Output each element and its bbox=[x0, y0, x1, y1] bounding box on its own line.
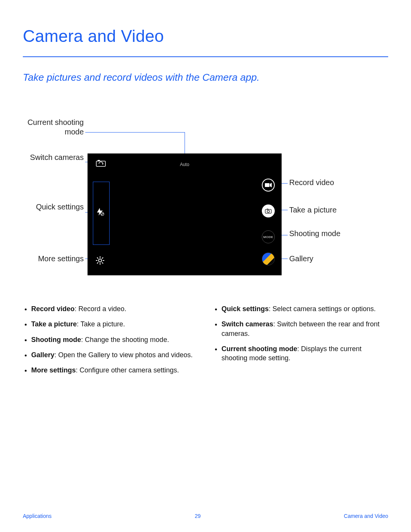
gear-icon[interactable] bbox=[96, 256, 104, 265]
label-switch-cameras: Switch cameras bbox=[23, 153, 84, 162]
page-footer: Applications 29 Camera and Video bbox=[23, 513, 388, 519]
footer-left: Applications bbox=[23, 513, 52, 519]
svg-point-18 bbox=[267, 210, 269, 212]
current-mode-text: Auto bbox=[180, 162, 190, 167]
page-title: Camera and Video bbox=[23, 27, 388, 46]
flash-icon[interactable] bbox=[96, 208, 104, 216]
svg-line-5 bbox=[101, 213, 104, 215]
svg-rect-19 bbox=[267, 209, 268, 209]
list-item: Switch cameras: Switch between the rear … bbox=[221, 320, 388, 338]
footer-right: Camera and Video bbox=[344, 513, 388, 519]
svg-marker-16 bbox=[270, 183, 272, 187]
list-item: Shooting mode: Change the shooting mode. bbox=[31, 335, 198, 344]
list-item: Current shooting mode: Displays the curr… bbox=[221, 344, 388, 363]
label-take-picture: Take a picture bbox=[289, 205, 337, 215]
list-item: Quick settings: Select camera settings o… bbox=[221, 304, 388, 313]
label-quick-settings: Quick settings bbox=[23, 202, 84, 212]
label-current-shooting-mode: Current shooting mode bbox=[23, 118, 84, 137]
label-gallery: Gallery bbox=[289, 254, 313, 264]
bullet-columns: Record video: Record a video. Take a pic… bbox=[23, 304, 388, 381]
label-more-settings: More settings bbox=[23, 254, 84, 264]
take-picture-button[interactable] bbox=[262, 204, 275, 217]
svg-line-13 bbox=[97, 262, 98, 264]
footer-page-number: 29 bbox=[195, 513, 201, 519]
page-subtitle: Take pictures and record videos with the… bbox=[23, 72, 388, 83]
svg-line-11 bbox=[97, 257, 98, 259]
gallery-thumbnail[interactable] bbox=[262, 252, 275, 265]
svg-marker-2 bbox=[102, 163, 104, 165]
bullet-col-left: Record video: Record a video. Take a pic… bbox=[23, 304, 198, 381]
list-item: Take a picture: Take a picture. bbox=[31, 320, 198, 329]
camera-diagram: Current shooting mode Switch cameras Qui… bbox=[23, 118, 388, 278]
camera-screenshot: Auto MODE bbox=[88, 153, 282, 275]
record-video-button[interactable] bbox=[262, 179, 275, 192]
list-item: More settings: Configure other camera se… bbox=[31, 366, 198, 375]
label-shooting-mode: Shooting mode bbox=[289, 229, 341, 238]
leader-line bbox=[85, 132, 185, 133]
svg-line-12 bbox=[102, 262, 103, 264]
list-item: Gallery: Open the Gallery to view photos… bbox=[31, 350, 198, 359]
list-item: Record video: Record a video. bbox=[31, 304, 198, 313]
title-divider bbox=[23, 56, 388, 57]
label-record-video: Record video bbox=[289, 178, 334, 187]
bullet-col-right: Quick settings: Select camera settings o… bbox=[213, 304, 388, 381]
svg-point-6 bbox=[99, 259, 102, 262]
svg-marker-1 bbox=[97, 160, 100, 161]
svg-rect-15 bbox=[265, 183, 269, 187]
shooting-mode-button[interactable]: MODE bbox=[262, 230, 275, 243]
svg-line-14 bbox=[102, 257, 103, 259]
switch-camera-icon[interactable] bbox=[96, 160, 106, 167]
